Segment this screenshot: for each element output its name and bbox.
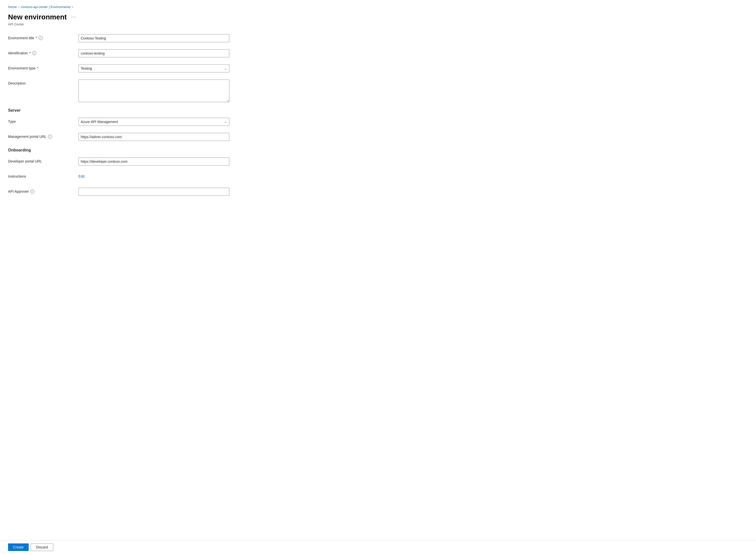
developer-portal-url-row: Developer portal URL — [8, 158, 294, 167]
breadcrumb: Home › contoso-api-center | Environments… — [8, 5, 294, 9]
environment-title-info-icon[interactable]: i — [39, 36, 43, 40]
management-portal-url-row: Management portal URL i — [8, 133, 294, 142]
server-section-header: Server — [8, 108, 294, 113]
server-section-divider: Server — [8, 108, 294, 113]
breadcrumb-sep2: › — [72, 5, 73, 9]
create-button[interactable]: Create — [8, 543, 29, 551]
more-options-button[interactable]: ··· — [70, 13, 78, 21]
server-type-label: Type — [8, 118, 78, 123]
identification-input[interactable] — [78, 49, 229, 57]
instructions-label: Instructions — [8, 173, 78, 178]
developer-portal-url-label: Developer portal URL — [8, 158, 78, 163]
footer-bar: Create Discard — [0, 540, 756, 554]
identification-row: Identification * i — [8, 49, 294, 58]
description-textarea[interactable] — [78, 79, 229, 102]
onboarding-section-divider: Onboarding — [8, 148, 294, 153]
api-approver-info-icon[interactable]: i — [31, 189, 35, 193]
instructions-edit-link[interactable]: Edit — [78, 173, 84, 178]
new-environment-form: Environment title * i Identification * i… — [8, 34, 294, 197]
description-label: Description — [8, 79, 78, 85]
environment-type-row: Environment type * Testing Production St… — [8, 64, 294, 73]
breadcrumb-sep1: › — [18, 5, 19, 9]
developer-portal-url-input[interactable] — [78, 158, 229, 166]
discard-button[interactable]: Discard — [31, 543, 53, 551]
breadcrumb-home-link[interactable]: Home — [8, 5, 17, 9]
environment-title-input[interactable] — [78, 34, 229, 42]
page-title: New environment — [8, 13, 67, 21]
identification-info-icon[interactable]: i — [32, 51, 36, 55]
page-header: New environment ··· — [8, 13, 294, 21]
management-portal-url-input[interactable] — [78, 133, 229, 141]
environment-type-select-wrapper: Testing Production Staging Development ⌄ — [78, 64, 229, 72]
required-star: * — [30, 51, 31, 55]
required-star: * — [36, 36, 37, 40]
onboarding-section-header: Onboarding — [8, 148, 294, 153]
server-type-select[interactable]: Azure API Management None — [78, 118, 229, 126]
environment-type-label: Environment type * — [8, 64, 78, 70]
instructions-row: Instructions Edit — [8, 173, 294, 182]
environment-title-row: Environment title * i — [8, 34, 294, 43]
server-type-select-wrapper: Azure API Management None ⌄ — [78, 118, 229, 126]
page-subtitle: API Center — [8, 22, 294, 26]
management-portal-url-label: Management portal URL i — [8, 133, 78, 138]
server-type-row: Type Azure API Management None ⌄ — [8, 118, 294, 127]
api-approver-row: API Approver i — [8, 188, 294, 197]
api-approver-label: API Approver i — [8, 188, 78, 193]
environment-type-select[interactable]: Testing Production Staging Development — [78, 64, 229, 72]
api-approver-input[interactable] — [78, 188, 229, 196]
required-star: * — [37, 66, 38, 70]
environment-title-label: Environment title * i — [8, 34, 78, 40]
identification-label: Identification * i — [8, 49, 78, 55]
breadcrumb-environments-link[interactable]: contoso-api-center | Environments — [21, 5, 71, 9]
management-portal-url-info-icon[interactable]: i — [48, 134, 52, 138]
description-row: Description — [8, 79, 294, 102]
